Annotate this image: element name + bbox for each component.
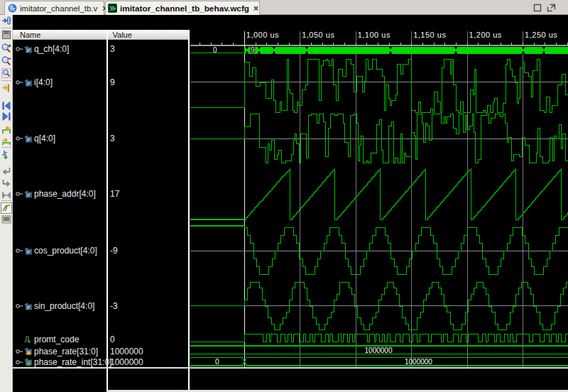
svg-text:0: 0: [213, 46, 217, 54]
svg-text:1,250 us: 1,250 us: [525, 31, 557, 39]
svg-text:0: 0: [215, 358, 219, 366]
svg-text:9: 9: [251, 46, 255, 54]
svg-text:1,000 us: 1,000 us: [246, 31, 279, 39]
svg-text:ve: ve: [10, 6, 16, 11]
svg-text:1,100 us: 1,100 us: [358, 31, 390, 39]
svg-text:1,050 us: 1,050 us: [302, 31, 334, 39]
svg-text:1000000: 1000000: [365, 347, 393, 354]
svg-text:1,200 us: 1,200 us: [469, 31, 502, 39]
svg-text:1,150 us: 1,150 us: [413, 31, 446, 39]
svg-text:1000000: 1000000: [405, 358, 432, 366]
